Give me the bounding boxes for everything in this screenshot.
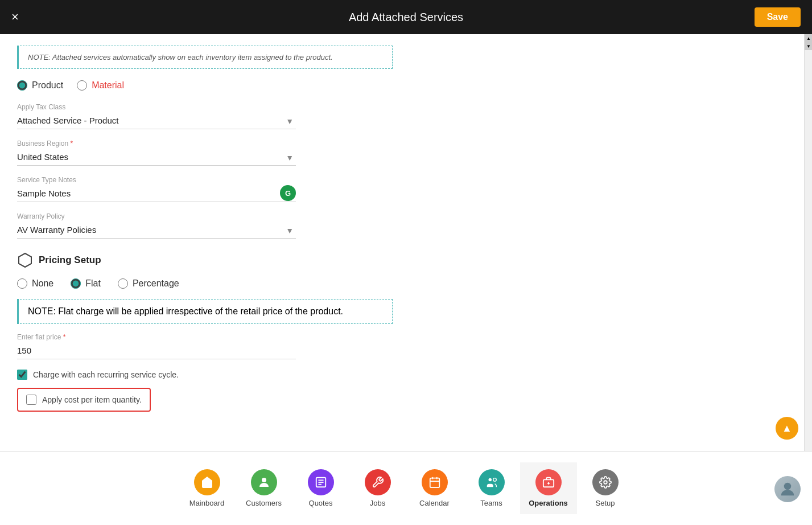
type-radio-group: Product Material bbox=[17, 80, 795, 91]
quantity-checkbox[interactable] bbox=[26, 395, 36, 405]
svg-point-15 bbox=[604, 481, 607, 484]
product-radio[interactable] bbox=[17, 80, 27, 91]
operations-label: Operations bbox=[529, 499, 568, 507]
pricing-none-label: None bbox=[32, 278, 53, 289]
svg-marker-0 bbox=[19, 253, 31, 267]
sidebar-item-teams[interactable]: Teams bbox=[463, 462, 520, 514]
svg-point-1 bbox=[262, 478, 266, 482]
grammarly-icon: G bbox=[280, 185, 296, 201]
scroll-up-arrow[interactable]: ▲ bbox=[805, 34, 812, 42]
recurring-checkbox[interactable] bbox=[17, 370, 27, 380]
sidebar-item-operations[interactable]: Operations bbox=[520, 462, 577, 514]
tax-class-label: Apply Tax Class bbox=[17, 103, 296, 111]
close-button[interactable]: × bbox=[11, 11, 19, 23]
warranty-policy-field: Warranty Policy AV Warranty Policies ▼ bbox=[17, 212, 296, 239]
header: × Add Attached Services Save bbox=[0, 0, 812, 34]
pricing-flat-label: Flat bbox=[85, 278, 101, 289]
avatar[interactable] bbox=[774, 476, 801, 502]
material-radio-item[interactable]: Material bbox=[77, 80, 124, 91]
tax-class-select[interactable]: Attached Service - Product bbox=[17, 113, 296, 129]
material-label: Material bbox=[92, 80, 124, 91]
customers-icon bbox=[251, 469, 277, 495]
calendar-label: Calendar bbox=[419, 499, 450, 507]
pricing-percentage-radio[interactable] bbox=[118, 278, 128, 289]
flat-note-text: NOTE: Flat charge will be applied irresp… bbox=[28, 306, 383, 317]
tax-class-field: Apply Tax Class Attached Service - Produ… bbox=[17, 103, 296, 129]
business-region-select[interactable]: United States bbox=[17, 150, 296, 166]
scroll-down-arrow[interactable]: ▼ bbox=[805, 42, 812, 50]
teams-label: Teams bbox=[480, 499, 502, 507]
page-title: Add Attached Services bbox=[349, 11, 463, 24]
calendar-icon bbox=[422, 469, 448, 495]
pricing-none-radio-item[interactable]: None bbox=[17, 278, 53, 289]
mainboard-label: Mainboard bbox=[189, 499, 224, 507]
sidebar-item-setup[interactable]: Setup bbox=[577, 462, 634, 514]
setup-icon bbox=[592, 469, 619, 495]
business-region-select-wrap[interactable]: United States ▼ bbox=[17, 150, 296, 166]
product-radio-item[interactable]: Product bbox=[17, 80, 63, 91]
sidebar-item-calendar[interactable]: Calendar bbox=[406, 462, 463, 514]
sidebar-item-customers[interactable]: Customers bbox=[236, 462, 292, 514]
pricing-none-radio[interactable] bbox=[17, 278, 27, 289]
service-notes-input[interactable] bbox=[17, 186, 296, 202]
svg-point-16 bbox=[784, 483, 792, 490]
main-content: NOTE: Attached services automatically sh… bbox=[0, 34, 812, 451]
mainboard-icon bbox=[194, 469, 220, 495]
service-notes-field: Service Type Notes G bbox=[17, 176, 296, 202]
teams-icon bbox=[479, 469, 505, 495]
tax-class-select-wrap[interactable]: Attached Service - Product ▼ bbox=[17, 113, 296, 129]
material-radio[interactable] bbox=[77, 80, 87, 91]
scroll-up-icon: ▲ bbox=[782, 423, 792, 434]
svg-rect-6 bbox=[430, 478, 439, 488]
sidebar-item-quotes[interactable]: Quotes bbox=[292, 462, 349, 514]
pricing-radio-group: None Flat Percentage bbox=[17, 278, 795, 289]
save-button[interactable]: Save bbox=[755, 7, 801, 27]
flat-note-box: NOTE: Flat charge will be applied irresp… bbox=[17, 299, 393, 324]
pricing-setup-section-header: Pricing Setup bbox=[17, 252, 795, 268]
flat-price-field: Enter flat price * bbox=[17, 333, 296, 359]
business-region-label: Business Region * bbox=[17, 140, 296, 147]
jobs-icon bbox=[365, 469, 391, 495]
warranty-policy-select[interactable]: AV Warranty Policies bbox=[17, 223, 296, 239]
pricing-flat-radio[interactable] bbox=[71, 278, 81, 289]
recurring-label: Charge with each recurring service cycle… bbox=[33, 370, 179, 379]
svg-point-11 bbox=[493, 478, 496, 482]
warranty-policy-select-wrap[interactable]: AV Warranty Policies ▼ bbox=[17, 223, 296, 239]
warranty-policy-label: Warranty Policy bbox=[17, 212, 296, 220]
bottom-nav: Mainboard Customers Quotes Jobs Calendar… bbox=[0, 451, 812, 525]
recurring-checkbox-item[interactable]: Charge with each recurring service cycle… bbox=[17, 370, 795, 380]
operations-icon bbox=[535, 469, 562, 495]
avatar-image bbox=[774, 476, 801, 502]
jobs-label: Jobs bbox=[370, 499, 385, 507]
service-notes-label: Service Type Notes bbox=[17, 176, 296, 184]
flat-price-input[interactable] bbox=[17, 343, 296, 359]
sidebar-item-mainboard[interactable]: Mainboard bbox=[179, 462, 236, 514]
quotes-label: Quotes bbox=[309, 499, 333, 507]
pricing-flat-radio-item[interactable]: Flat bbox=[71, 278, 101, 289]
service-notes-wrap: G bbox=[17, 186, 296, 202]
flat-price-label: Enter flat price * bbox=[17, 333, 296, 341]
top-note-box: NOTE: Attached services automatically sh… bbox=[17, 46, 393, 69]
business-region-field: Business Region * United States ▼ bbox=[17, 140, 296, 166]
top-note-text: NOTE: Attached services automatically sh… bbox=[28, 53, 383, 61]
pricing-percentage-label: Percentage bbox=[133, 278, 179, 289]
pricing-setup-icon bbox=[17, 252, 33, 268]
svg-point-10 bbox=[488, 478, 492, 482]
pricing-percentage-radio-item[interactable]: Percentage bbox=[118, 278, 179, 289]
setup-label: Setup bbox=[596, 499, 615, 507]
product-label: Product bbox=[32, 80, 63, 91]
pricing-setup-title: Pricing Setup bbox=[39, 255, 101, 266]
scroll-up-button[interactable]: ▲ bbox=[776, 417, 798, 440]
scrollbar-track: ▲ ▼ bbox=[804, 34, 812, 485]
sidebar-item-jobs[interactable]: Jobs bbox=[349, 462, 406, 514]
quantity-checkbox-highlighted[interactable]: Apply cost per item quantity. bbox=[17, 388, 151, 412]
customers-label: Customers bbox=[246, 499, 282, 507]
quantity-label: Apply cost per item quantity. bbox=[42, 395, 142, 404]
quotes-icon bbox=[308, 469, 334, 495]
